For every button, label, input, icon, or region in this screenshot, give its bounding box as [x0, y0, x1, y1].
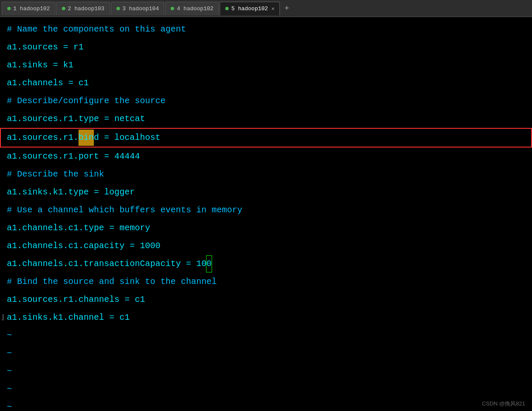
- tilde-2: ~: [7, 345, 12, 362]
- line-6-text: a1.sources.r1.type = netcat: [7, 111, 145, 127]
- code-line-10: a1.sinks.k1.type = logger: [0, 183, 532, 201]
- tab-3-label: 3 hadoop104: [122, 6, 159, 12]
- code-line-13: a1.channels.c1.capacity = 1000: [0, 237, 532, 255]
- line-7-after: d = localhost: [94, 130, 160, 146]
- code-line-12: a1.channels.c1.type = memory: [0, 219, 532, 237]
- tilde-3: ~: [7, 363, 12, 379]
- left-marker: ⌋: [1, 310, 5, 326]
- code-line-3: a1.sinks = k1: [0, 56, 532, 74]
- tilde-line-2: ~: [0, 344, 532, 362]
- code-line-17: ⌋ a1.sinks.k1.channel = c1: [0, 309, 532, 327]
- tilde-line-1: ~: [0, 327, 532, 344]
- editor-area: # Name the components on this agent a1.s…: [0, 17, 532, 411]
- tab-4-label: 4 hadoop102: [177, 6, 213, 12]
- code-line-4: a1.channels = c1: [0, 74, 532, 92]
- line-8-text: a1.sources.r1.port = 44444: [7, 148, 140, 165]
- line-1-text: # Name the components on this agent: [7, 21, 186, 38]
- line-14-cursor: 0: [206, 256, 212, 272]
- line-17-text: a1.sinks.k1.channel = c1: [7, 310, 130, 326]
- code-line-5: # Describe/configure the source: [0, 92, 532, 110]
- tab-2-dot: [62, 7, 65, 10]
- line-10-text: a1.sinks.k1.type = logger: [7, 184, 135, 200]
- line-4-text: a1.channels = c1: [7, 75, 89, 91]
- tab-5[interactable]: 5 hadoop102 ✕: [220, 2, 280, 15]
- tab-4[interactable]: 4 hadoop102: [165, 2, 219, 15]
- line-13-text: a1.channels.c1.capacity = 1000: [7, 238, 160, 254]
- code-line-9: # Describe the sink: [0, 165, 532, 183]
- tab-4-dot: [171, 7, 174, 10]
- line-3-text: a1.sinks = k1: [7, 57, 73, 73]
- line-5-text: # Describe/configure the source: [7, 93, 166, 109]
- code-line-14: a1.channels.c1.transactionCapacity = 100: [0, 255, 532, 273]
- code-line-16: a1.sources.r1.channels = c1: [0, 291, 532, 309]
- line-2-text: a1.sources = r1: [7, 39, 84, 55]
- code-line-1: # Name the components on this agent: [0, 20, 532, 38]
- tab-add-button[interactable]: +: [281, 3, 293, 14]
- tab-3[interactable]: 3 hadoop104: [111, 2, 165, 15]
- code-line-6: a1.sources.r1.type = netcat: [0, 110, 532, 128]
- tab-5-dot: [225, 7, 229, 10]
- line-15-text: # Bind the source and sink to the channe…: [7, 274, 217, 290]
- tilde-5: ~: [7, 399, 12, 411]
- tab-bar: 1 hadoop102 2 hadoop103 3 hadoop104 4 ha…: [0, 0, 532, 17]
- tab-2[interactable]: 2 hadoop103: [56, 2, 110, 15]
- tab-5-label: 5 hadoop102: [231, 6, 268, 12]
- code-line-2: a1.sources = r1: [0, 38, 532, 56]
- tilde-1: ~: [7, 327, 12, 344]
- code-line-8: a1.sources.r1.port = 44444: [0, 148, 532, 165]
- line-11-text: # Use a channel which buffers events in …: [7, 202, 242, 218]
- tilde-line-3: ~: [0, 362, 532, 380]
- line-7-highlight: bin: [78, 130, 94, 146]
- tilde-4: ~: [7, 381, 12, 397]
- code-line-11: # Use a channel which buffers events in …: [0, 201, 532, 219]
- tilde-line-4: ~: [0, 380, 532, 398]
- code-line-7: a1.sources.r1.bind = localhost: [0, 128, 532, 148]
- tab-2-label: 2 hadoop103: [68, 6, 105, 12]
- tab-3-dot: [116, 7, 120, 10]
- tab-1-dot: [7, 7, 11, 10]
- tab-1-label: 1 hadoop102: [13, 6, 50, 12]
- line-14-before: a1.channels.c1.transactionCapacity = 10: [7, 256, 206, 272]
- code-line-15: # Bind the source and sink to the channe…: [0, 273, 532, 291]
- line-16-text: a1.sources.r1.channels = c1: [7, 292, 145, 308]
- watermark: CSDN @挽风821: [482, 400, 525, 408]
- line-7-before: a1.sources.r1.: [7, 130, 78, 146]
- tilde-line-5: ~: [0, 398, 532, 411]
- line-12-text: a1.channels.c1.type = memory: [7, 220, 150, 236]
- tab-5-close[interactable]: ✕: [271, 6, 274, 12]
- line-9-text: # Describe the sink: [7, 166, 104, 182]
- tab-1[interactable]: 1 hadoop102: [2, 2, 55, 15]
